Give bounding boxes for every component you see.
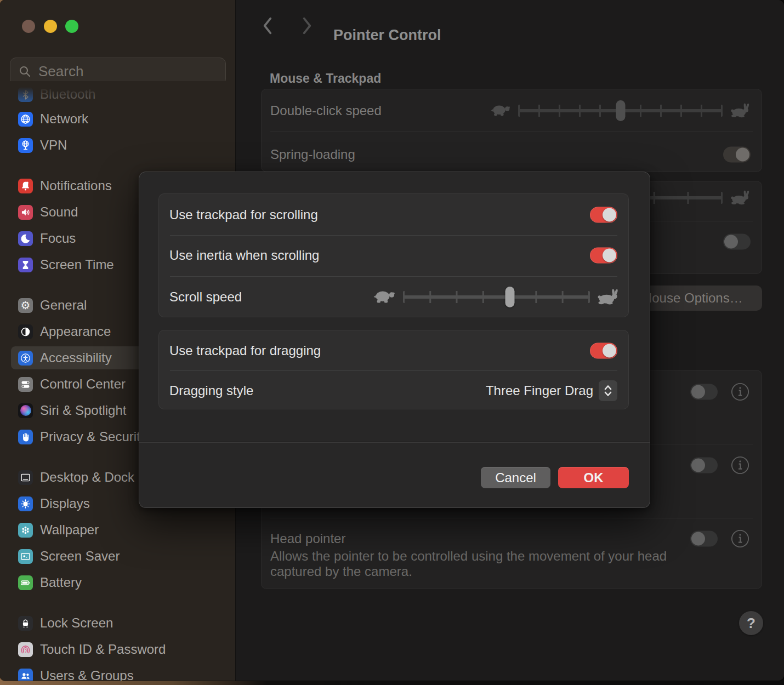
spring-loading-label: Spring-loading (270, 147, 355, 162)
battery-icon (18, 575, 33, 590)
info-icon[interactable] (731, 383, 749, 401)
dragging-settings-card: Use trackpad for dragging Dragging style… (158, 330, 629, 409)
control-center-icon (18, 377, 33, 392)
accessibility-icon (18, 351, 33, 366)
zoom-button[interactable] (65, 20, 78, 33)
screen-time-icon (18, 258, 33, 272)
sidebar-item-lock-screen[interactable]: Lock Screen (11, 612, 226, 635)
forward-chevron-icon[interactable] (302, 17, 313, 35)
touch-id-icon (18, 642, 33, 657)
back-chevron-icon[interactable] (262, 17, 273, 35)
use-inertia-label: Use inertia when scrolling (169, 248, 319, 263)
hidden-row-toggle[interactable] (690, 458, 718, 473)
hidden-row-toggle[interactable] (690, 384, 718, 400)
focus-icon (18, 231, 33, 246)
turtle-icon (373, 289, 396, 305)
slider-thumb[interactable] (616, 100, 625, 121)
rabbit-icon (596, 289, 620, 305)
displays-icon (18, 496, 33, 511)
sound-icon (18, 205, 33, 220)
info-icon[interactable] (731, 529, 749, 548)
head-pointer-label: Head pointer (270, 531, 345, 546)
scroll-speed-label: Scroll speed (169, 289, 242, 305)
sidebar-item-users-groups[interactable]: Users & Groups (11, 664, 226, 681)
section-header: Mouse & Trackpad (270, 71, 381, 86)
system-settings-window: Search Bluetooth Network VPN Notificatio… (0, 0, 784, 681)
appearance-icon (18, 324, 33, 339)
users-icon (18, 669, 33, 681)
sidebar-item-wallpaper[interactable]: Wallpaper (11, 518, 226, 541)
use-inertia-toggle[interactable] (590, 248, 617, 264)
lock-icon (18, 616, 33, 631)
dragging-style-value: Three Finger Drag (486, 383, 593, 398)
ok-button[interactable]: OK (558, 467, 629, 488)
help-button[interactable]: ? (739, 611, 763, 635)
siri-icon (18, 403, 33, 418)
double-click-speed-slider[interactable] (518, 100, 723, 121)
privacy-hand-icon (18, 430, 33, 444)
desktop: Search Bluetooth Network VPN Notificatio… (0, 0, 784, 685)
background-toggle[interactable] (723, 234, 751, 250)
spring-loading-toggle[interactable] (723, 147, 751, 163)
wallpaper-icon (18, 523, 33, 538)
use-trackpad-dragging-toggle[interactable] (590, 343, 617, 359)
search-input[interactable]: Search (10, 58, 226, 85)
dragging-style-select[interactable] (599, 380, 617, 401)
desktop-dock-icon (18, 470, 33, 485)
sidebar-item-network[interactable]: Network (11, 107, 226, 130)
use-trackpad-scrolling-toggle[interactable] (590, 207, 617, 223)
notifications-icon (18, 179, 33, 193)
screen-saver-icon (18, 549, 33, 564)
close-button[interactable] (22, 20, 35, 33)
bluetooth-icon (18, 87, 33, 102)
sidebar-item-bluetooth[interactable]: Bluetooth (11, 83, 226, 106)
up-down-chevrons-icon (603, 384, 613, 398)
page-title: Pointer Control (333, 27, 441, 44)
minimize-button[interactable] (44, 20, 57, 33)
info-icon[interactable] (731, 456, 749, 475)
head-pointer-description: Allows the pointer to be controlled usin… (270, 549, 676, 579)
dragging-style-label: Dragging style (169, 383, 253, 398)
use-trackpad-dragging-label: Use trackpad for dragging (169, 343, 321, 358)
scroll-speed-slider[interactable] (403, 287, 590, 307)
general-icon: ⚙ (18, 298, 33, 313)
sidebar-item-vpn[interactable]: VPN (11, 134, 226, 157)
sidebar-item-battery[interactable]: Battery (11, 571, 226, 594)
head-pointer-toggle[interactable] (690, 531, 718, 547)
scrolling-settings-card: Use trackpad for scrolling Use inertia w… (158, 193, 629, 317)
sidebar-item-touch-id[interactable]: Touch ID & Password (11, 638, 226, 661)
cancel-button[interactable]: Cancel (481, 467, 550, 488)
mouse-trackpad-card: Double-click speed Spring-loading (261, 89, 762, 172)
turtle-icon (491, 104, 512, 118)
rabbit-icon (730, 104, 751, 118)
search-icon (18, 65, 31, 78)
network-icon (18, 112, 33, 127)
use-trackpad-scrolling-label: Use trackpad for scrolling (169, 207, 318, 222)
vpn-icon (18, 138, 33, 153)
search-placeholder: Search (38, 63, 83, 80)
sidebar-item-screen-saver[interactable]: Screen Saver (11, 545, 226, 568)
trackpad-options-dialog: Use trackpad for scrolling Use inertia w… (139, 172, 650, 508)
dialog-footer-divider (139, 442, 650, 443)
double-click-speed-label: Double-click speed (270, 103, 382, 118)
rabbit-icon (730, 191, 751, 206)
scroll-speed-thumb[interactable] (505, 287, 514, 307)
